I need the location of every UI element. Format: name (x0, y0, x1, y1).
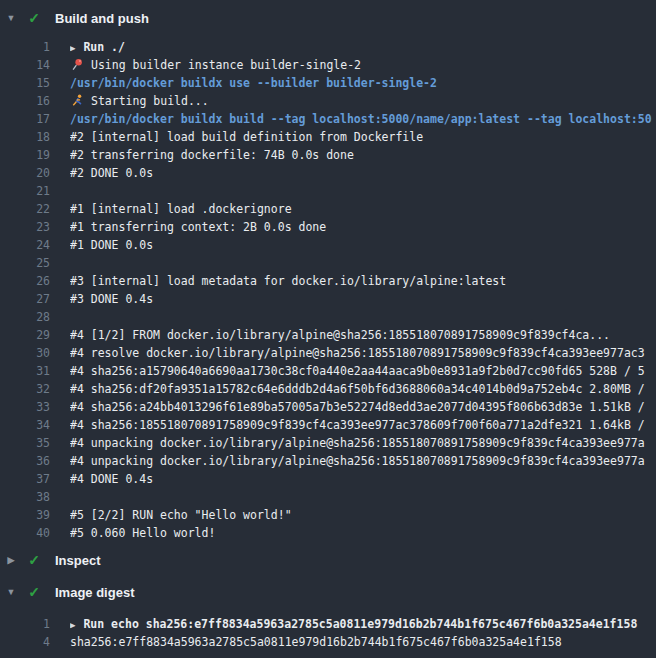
log-line: 35#4 unpacking docker.io/library/alpine@… (0, 434, 656, 452)
line-number[interactable]: 28 (0, 308, 50, 326)
chevron-down-icon[interactable]: ▼ (0, 13, 22, 23)
line-number[interactable]: 14 (0, 56, 50, 74)
line-number[interactable]: 40 (0, 524, 50, 542)
log-text (70, 488, 656, 506)
log-line: 15/usr/bin/docker buildx use --builder b… (0, 74, 656, 92)
line-number[interactable]: 34 (0, 416, 50, 434)
log-text-value: #1 [internal] load .dockerignore (70, 202, 292, 216)
log-line: 14Using builder instance builder-single-… (0, 56, 656, 74)
log-line: 30#4 resolve docker.io/library/alpine@sh… (0, 344, 656, 362)
log-line: 39#5 [2/2] RUN echo "Hello world!" (0, 506, 656, 524)
log-text: Starting build... (70, 92, 656, 110)
line-number[interactable]: 37 (0, 470, 50, 488)
log-text: #4 [1/2] FROM docker.io/library/alpine@s… (70, 326, 656, 344)
log-text-value: #4 sha256:a15790640a6690aa1730c38cf0a440… (70, 364, 645, 378)
log-group-label: Build and push (46, 11, 149, 26)
log-text: #3 [internal] load metadata for docker.i… (70, 272, 656, 290)
log-text (70, 308, 656, 326)
log-text: #2 DONE 0.0s (70, 164, 656, 182)
log-group-header-image-digest[interactable]: ▼✓Image digest (0, 578, 656, 606)
line-number[interactable]: 18 (0, 128, 50, 146)
success-check-icon: ✓ (22, 584, 46, 600)
line-number[interactable]: 32 (0, 380, 50, 398)
log-group-header-build-and-push[interactable]: ▼✓Build and push (0, 4, 656, 32)
log-text-value: #4 sha256:df20fa9351a15782c64e6dddb2d4a6… (70, 382, 645, 396)
line-number[interactable]: 27 (0, 290, 50, 308)
line-number[interactable]: 30 (0, 344, 50, 362)
run-group-expander-icon[interactable]: ▶ (70, 39, 75, 56)
log-lines-image-digest: 1▶Run echo sha256:e7ff8834a5963a2785c5a0… (0, 615, 656, 651)
line-number[interactable]: 15 (0, 74, 50, 92)
log-groups: ▼✓Build and push1▶Run ./14Using builder … (0, 4, 656, 651)
log-text: #1 transferring context: 2B 0.0s done (70, 218, 656, 236)
line-number[interactable]: 21 (0, 182, 50, 200)
log-command-text: /usr/bin/docker buildx build --tag local… (70, 110, 656, 128)
log-text: #2 [internal] load build definition from… (70, 128, 656, 146)
line-number[interactable]: 19 (0, 146, 50, 164)
log-text-value: #3 [internal] load metadata for docker.i… (70, 274, 506, 288)
line-number[interactable]: 25 (0, 254, 50, 272)
chevron-down-icon[interactable]: ▼ (0, 587, 22, 597)
log-line: 36#4 unpacking docker.io/library/alpine@… (0, 452, 656, 470)
log-text: #1 DONE 0.0s (70, 236, 656, 254)
log-text-value: #4 DONE 0.4s (70, 472, 153, 486)
pushpin-icon (70, 58, 84, 71)
log-command-text: /usr/bin/docker buildx use --builder bui… (70, 74, 656, 92)
log-group-header-inspect[interactable]: ▶✓Inspect (0, 546, 656, 574)
line-number[interactable]: 16 (0, 92, 50, 110)
log-line: 34#4 sha256:185518070891758909c9f839cf4c… (0, 416, 656, 434)
log-text-value: #3 DONE 0.4s (70, 292, 153, 306)
line-number[interactable]: 35 (0, 434, 50, 452)
line-number[interactable]: 1 (0, 615, 50, 633)
line-number[interactable]: 23 (0, 218, 50, 236)
log-text: sha256:e7ff8834a5963a2785c5a0811e979d16b… (70, 633, 656, 651)
log-text-value: Run echo sha256:e7ff8834a5963a2785c5a081… (83, 617, 637, 631)
log-text-value: #4 sha256:185518070891758909c9f839cf4ca3… (70, 418, 645, 432)
log-text-value: #2 [internal] load build definition from… (70, 130, 423, 144)
line-number[interactable]: 36 (0, 452, 50, 470)
chevron-right-icon[interactable]: ▶ (0, 555, 22, 565)
log-text: #4 sha256:185518070891758909c9f839cf4ca3… (70, 416, 656, 434)
log-text: #1 [internal] load .dockerignore (70, 200, 656, 218)
log-text-value: Run ./ (83, 40, 125, 54)
run-group-expander-icon[interactable]: ▶ (70, 616, 75, 633)
runner-icon (70, 94, 84, 107)
log-line: 17/usr/bin/docker buildx build --tag loc… (0, 110, 656, 128)
line-number[interactable]: 17 (0, 110, 50, 128)
log-text: ▶Run ./ (70, 38, 656, 56)
line-number[interactable]: 4 (0, 633, 50, 651)
log-line: 28 (0, 308, 656, 326)
log-text-value: /usr/bin/docker buildx build --tag local… (70, 112, 652, 126)
line-number[interactable]: 26 (0, 272, 50, 290)
log-line: 38 (0, 488, 656, 506)
line-number[interactable]: 29 (0, 326, 50, 344)
log-line: 33#4 sha256:a24bb4013296f61e89ba57005a7b… (0, 398, 656, 416)
log-line: 18#2 [internal] load build definition fr… (0, 128, 656, 146)
log-line: 32#4 sha256:df20fa9351a15782c64e6dddb2d4… (0, 380, 656, 398)
log-text: ▶Run echo sha256:e7ff8834a5963a2785c5a08… (70, 615, 656, 633)
log-line: 40#5 0.060 Hello world! (0, 524, 656, 542)
line-number[interactable]: 31 (0, 362, 50, 380)
log-line: 26#3 [internal] load metadata for docker… (0, 272, 656, 290)
actions-log-viewer: ▼✓Build and push1▶Run ./14Using builder … (0, 0, 656, 658)
line-number[interactable]: 33 (0, 398, 50, 416)
log-text: #2 transferring dockerfile: 74B 0.0s don… (70, 146, 656, 164)
log-text-value: #4 resolve docker.io/library/alpine@sha2… (70, 346, 645, 360)
log-text: #4 sha256:a24bb4013296f61e89ba57005a7b3e… (70, 398, 656, 416)
log-text-value: #5 [2/2] RUN echo "Hello world!" (70, 508, 292, 522)
log-text-value: #4 [1/2] FROM docker.io/library/alpine@s… (70, 328, 610, 342)
log-text-value: #2 DONE 0.0s (70, 166, 153, 180)
log-line: 22#1 [internal] load .dockerignore (0, 200, 656, 218)
log-line: 4sha256:e7ff8834a5963a2785c5a0811e979d16… (0, 633, 656, 651)
line-number[interactable]: 24 (0, 236, 50, 254)
line-number[interactable]: 22 (0, 200, 50, 218)
log-line: 1▶Run echo sha256:e7ff8834a5963a2785c5a0… (0, 615, 656, 633)
line-number[interactable]: 20 (0, 164, 50, 182)
line-number[interactable]: 38 (0, 488, 50, 506)
log-group-label: Inspect (46, 553, 101, 568)
line-number[interactable]: 39 (0, 506, 50, 524)
log-text (70, 182, 656, 200)
log-text: #5 0.060 Hello world! (70, 524, 656, 542)
log-group-build-and-push: ▼✓Build and push1▶Run ./14Using builder … (0, 4, 656, 542)
line-number[interactable]: 1 (0, 38, 50, 56)
